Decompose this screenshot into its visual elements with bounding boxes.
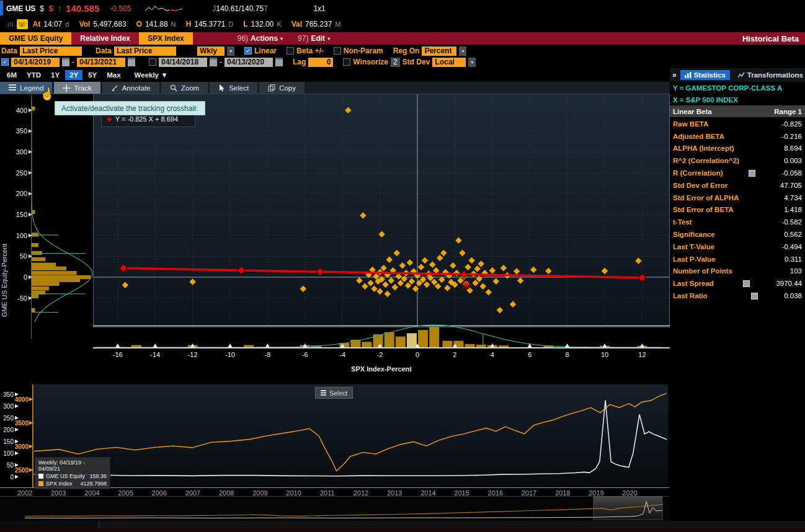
price-change: -0.505 bbox=[110, 4, 131, 13]
tab-relative-index[interactable]: Relative Index bbox=[71, 32, 139, 45]
volbar-at: At14:07d bbox=[33, 20, 69, 29]
linear-checkbox[interactable]: ✓ bbox=[244, 47, 252, 55]
edit-menu[interactable]: 97)Edit▾ bbox=[290, 32, 337, 45]
select-list-icon bbox=[321, 390, 326, 396]
svg-text:-10: -10 bbox=[225, 351, 235, 358]
zoom-magnifier-icon bbox=[170, 84, 177, 92]
range-5y[interactable]: 5Y bbox=[84, 70, 101, 80]
date-to2-field[interactable]: 04/13/2020 bbox=[225, 58, 273, 67]
svg-text:0: 0 bbox=[416, 351, 419, 358]
alert-icon[interactable]: ☏ bbox=[17, 19, 28, 29]
actions-menu[interactable]: 96)Actions▾ bbox=[230, 32, 290, 45]
range1-checkbox[interactable]: ✓ bbox=[1, 58, 9, 66]
stat-last-p-value: Last P-Value0.311 bbox=[670, 253, 805, 265]
track-button[interactable]: Track bbox=[54, 82, 100, 94]
chevron-down-icon: ▾ bbox=[280, 36, 283, 42]
stat-r-correlation-: R (Correlation)-0.058 bbox=[670, 167, 805, 179]
tab-security[interactable]: GME US Equity bbox=[0, 32, 71, 45]
svg-text:350: 350 bbox=[16, 127, 27, 135]
y-return-histogram bbox=[32, 94, 93, 339]
lag-field[interactable]: 0 bbox=[308, 58, 333, 67]
non-param-checkbox[interactable] bbox=[334, 47, 341, 55]
svg-text:350: 350 bbox=[3, 391, 14, 398]
note-icon[interactable] bbox=[749, 170, 755, 177]
year-label: 2010 bbox=[286, 489, 301, 496]
annotate-button[interactable]: Annotate bbox=[102, 82, 159, 94]
select-button[interactable]: Select bbox=[210, 82, 257, 94]
range-1y[interactable]: 1Y bbox=[47, 70, 64, 80]
calendar-icon[interactable] bbox=[62, 58, 69, 66]
copy-button-label: Copy bbox=[279, 84, 296, 92]
ticker: GME US bbox=[6, 4, 35, 13]
date-to-field[interactable]: 04/13/2021 bbox=[77, 58, 125, 67]
year-label: 2013 bbox=[387, 489, 402, 496]
range-2y[interactable]: 2Y bbox=[65, 70, 82, 80]
year-label: 2006 bbox=[152, 489, 167, 496]
date-from-field[interactable]: 04/14/2019 bbox=[11, 58, 60, 67]
stat-last-spread: Last Spread3970.44 bbox=[670, 277, 805, 290]
range-selector-row: 6MYTD1Y2Y5YMaxWeekly ▼ bbox=[0, 68, 670, 82]
copy-button[interactable]: Copy bbox=[259, 82, 305, 94]
reg-on-dropdown[interactable]: Percent bbox=[422, 47, 456, 56]
scale-dropdown-arrow[interactable]: ▾ bbox=[468, 58, 476, 67]
calendar-icon[interactable] bbox=[275, 58, 283, 66]
svg-text:300: 300 bbox=[3, 403, 14, 410]
year-label: 2008 bbox=[219, 489, 234, 496]
beta-pm-checkbox[interactable] bbox=[287, 47, 294, 55]
reg-on-dropdown-arrow[interactable]: ▾ bbox=[459, 47, 466, 56]
controls-row-2: ✓ 04/14/2019 - 04/13/2021 04/14/2018 - 0… bbox=[0, 56, 670, 68]
range-buttons: 6MYTD1Y2Y5YMaxWeekly ▼ bbox=[2, 70, 172, 80]
scale-dropdown[interactable]: Local bbox=[432, 58, 466, 67]
quote-bar: GME US $ S ↑ 140.585 -0.505 J140.61/140.… bbox=[0, 0, 805, 17]
note-icon[interactable] bbox=[743, 280, 750, 287]
winsorize-checkbox[interactable] bbox=[343, 58, 350, 66]
chevron-down-icon: ▾ bbox=[327, 36, 330, 42]
year-label: 2017 bbox=[522, 489, 536, 496]
stat-last-t-value: Last T-Value-0.494 bbox=[670, 241, 805, 253]
range2-checkbox[interactable] bbox=[149, 58, 156, 66]
tab-transformations[interactable]: Transformations bbox=[734, 70, 805, 80]
year-label: 2018 bbox=[555, 489, 570, 496]
data-field-y[interactable]: Last Price bbox=[20, 47, 82, 56]
tab-statistics[interactable]: Statistics bbox=[680, 70, 730, 80]
spx-swatch bbox=[38, 481, 43, 486]
svg-text:-8: -8 bbox=[265, 351, 271, 358]
gme-swatch bbox=[38, 474, 43, 479]
tab-spx-index[interactable]: SPX Index bbox=[139, 32, 193, 45]
year-label: 2012 bbox=[354, 489, 368, 496]
frequency-dropdown[interactable]: Weekly ▼ bbox=[130, 70, 172, 80]
range-6m[interactable]: 6M bbox=[2, 70, 21, 80]
y-axis: 400350300250200150100500-50GME US Equity… bbox=[1, 107, 32, 317]
zoom-button[interactable]: Zoom bbox=[161, 82, 208, 94]
year-label: 2014 bbox=[420, 489, 435, 496]
date-from2-field[interactable]: 04/14/2018 bbox=[159, 58, 207, 67]
svg-text:-16: -16 bbox=[113, 351, 123, 358]
date-dash: - bbox=[72, 58, 74, 66]
calendar-icon[interactable] bbox=[128, 58, 135, 66]
collapse-panel-button[interactable]: » bbox=[672, 71, 677, 79]
lower-plot-area[interactable] bbox=[34, 384, 668, 487]
navigator-selection-window[interactable] bbox=[594, 497, 662, 520]
date-range-navigator[interactable] bbox=[0, 496, 670, 521]
svg-text:100: 100 bbox=[3, 450, 14, 457]
calendar-icon[interactable] bbox=[210, 58, 217, 66]
window-edge bbox=[0, 1, 3, 16]
right-panel-header: » Statistics Transformations ⚙ bbox=[670, 68, 805, 82]
period-dropdown[interactable]: Wkly bbox=[197, 47, 225, 56]
data-label-2: Data bbox=[96, 47, 112, 55]
year-label: 2016 bbox=[488, 489, 503, 496]
note-icon[interactable] bbox=[751, 293, 758, 299]
volbar-val: Val765.237M bbox=[291, 20, 341, 29]
legend-row-spx: SPX Index 4128.7998 bbox=[38, 481, 107, 487]
data-field-x[interactable]: Last Price bbox=[114, 47, 176, 56]
track-crosshair-icon bbox=[63, 84, 70, 92]
volbar-items: At14:07dVol5,497,683O141.88NH145.3771DL1… bbox=[33, 20, 351, 29]
year-label: 2004 bbox=[84, 489, 99, 496]
period-dropdown-arrow[interactable]: ▾ bbox=[227, 47, 234, 56]
lag-label: Lag bbox=[293, 58, 306, 66]
lower-select-button[interactable]: Select bbox=[315, 387, 353, 399]
exchange-flag: S bbox=[48, 4, 53, 13]
winsorize-value[interactable]: 2 bbox=[391, 58, 400, 67]
range-max[interactable]: Max bbox=[102, 70, 125, 80]
range-ytd[interactable]: YTD bbox=[22, 70, 45, 80]
